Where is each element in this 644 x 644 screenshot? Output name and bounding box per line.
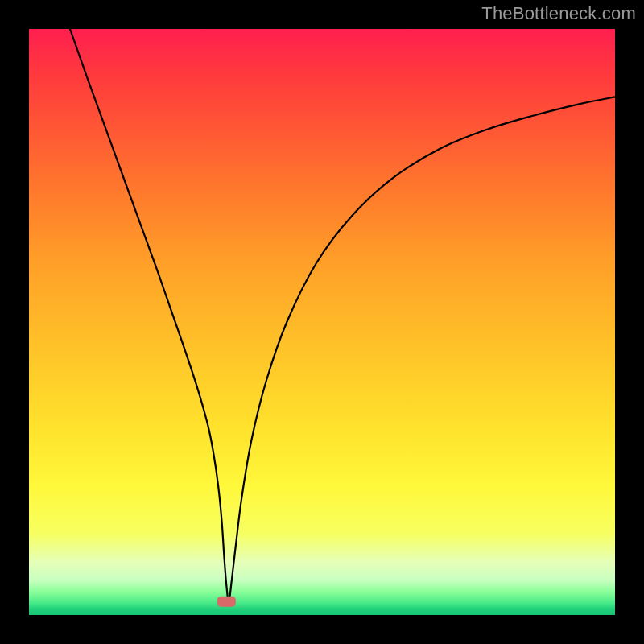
svg-rect-0 — [217, 597, 235, 606]
min-marker — [217, 597, 235, 606]
watermark-text: TheBottleneck.com — [481, 3, 636, 24]
chart-frame: TheBottleneck.com — [0, 0, 644, 644]
curve-layer — [29, 29, 615, 615]
bottleneck-curve — [70, 29, 615, 601]
plot-area — [29, 29, 615, 615]
